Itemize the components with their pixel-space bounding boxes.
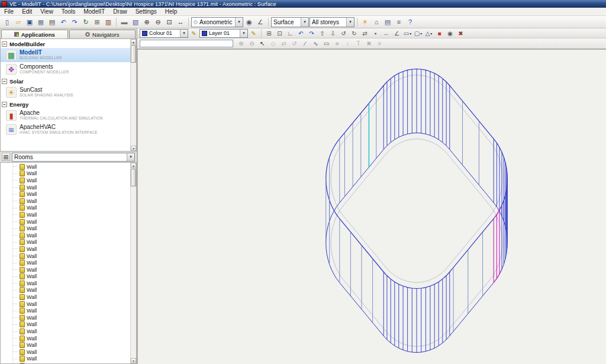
tree-item-wall[interactable]: Wall bbox=[1, 349, 130, 356]
dropdown-arrow-icon[interactable]: ▾ bbox=[127, 153, 134, 161]
node-edit-icon[interactable]: ◇ bbox=[268, 39, 278, 48]
dropdown-arrow-icon[interactable]: ▾ bbox=[301, 18, 308, 27]
text-tool-icon[interactable]: T bbox=[353, 39, 363, 48]
scroll-down-icon[interactable]: ▼ bbox=[131, 146, 136, 151]
rotate-icon[interactable]: ↺ bbox=[289, 39, 299, 48]
rotate-cw-icon[interactable]: ↻ bbox=[349, 29, 359, 38]
wall-tools-icon[interactable]: ▭ bbox=[402, 29, 412, 38]
zoom-extents-icon[interactable]: ⊡ bbox=[164, 17, 175, 27]
colour-combo[interactable]: Colour 01 ▾ bbox=[140, 29, 188, 38]
dropdown-arrow-icon[interactable]: ▾ bbox=[235, 18, 243, 27]
tree-scrollbar[interactable]: ▲ ▼ bbox=[130, 163, 136, 363]
zoom-in-icon[interactable]: ⊕ bbox=[141, 17, 152, 27]
dimension-icon[interactable]: ↕ bbox=[343, 39, 353, 48]
opening-tools-icon[interactable]: ▢ bbox=[413, 29, 423, 38]
colour-pen-icon[interactable]: ✎ bbox=[189, 29, 199, 38]
menu-settings[interactable]: Settings bbox=[131, 8, 161, 15]
tree-item-wall[interactable]: Wall bbox=[1, 301, 130, 308]
save-all-icon[interactable]: ▦ bbox=[36, 17, 46, 27]
collapse-icon[interactable]: − bbox=[2, 79, 7, 84]
title-bar[interactable]: VE - ModelIT - C:\Users\jordanglasgow\De… bbox=[0, 0, 606, 8]
help-icon[interactable]: ? bbox=[405, 17, 415, 27]
redo-icon[interactable]: ↷ bbox=[69, 17, 80, 27]
select-arrow-icon[interactable]: ↖ bbox=[257, 39, 267, 48]
zoom-out-edit-icon[interactable]: ⊖ bbox=[247, 39, 257, 48]
options-icon[interactable]: ≡ bbox=[394, 17, 404, 27]
collapse-icon[interactable]: − bbox=[2, 102, 7, 107]
browser-mode-combo[interactable]: Rooms ▾ bbox=[12, 153, 135, 162]
app-item-apache[interactable]: ▮ApacheTHERMAL CALCULATION AND SIMULATIO… bbox=[1, 108, 130, 123]
tree-item-wall[interactable]: Wall bbox=[1, 328, 130, 335]
snapshot-icon[interactable]: ◉ bbox=[244, 17, 254, 27]
grid-settings-icon[interactable]: ⊞ bbox=[264, 29, 274, 38]
draw-circle-icon[interactable]: ○ bbox=[332, 39, 342, 48]
tree-item-wall[interactable]: Wall bbox=[1, 177, 130, 184]
redo-edit-icon[interactable]: ↷ bbox=[307, 29, 317, 38]
app-item-suncast[interactable]: ☀SunCastSOLAR SHADING ANALYSIS bbox=[1, 85, 130, 99]
erase-icon[interactable]: ✖ bbox=[364, 39, 374, 48]
scrollbar-thumb[interactable] bbox=[131, 45, 136, 63]
storeys-combo[interactable]: All storeys ▾ bbox=[310, 17, 354, 27]
tree-item-wall[interactable]: Wall bbox=[1, 356, 130, 363]
clipboard-icon[interactable]: ▬ bbox=[119, 17, 130, 27]
menu-tools[interactable]: Tools bbox=[57, 8, 79, 15]
tree-item-wall[interactable]: Wall bbox=[1, 259, 130, 266]
axis-icon[interactable]: ∠ bbox=[255, 17, 266, 27]
zoom-out-icon[interactable]: ⊖ bbox=[153, 17, 163, 27]
applications-scrollbar[interactable]: ▲ ▼ bbox=[130, 39, 136, 151]
tree-item-wall[interactable]: Wall bbox=[1, 239, 130, 246]
tree-item-wall[interactable]: Wall bbox=[1, 170, 130, 178]
zoom-in-edit-icon[interactable]: ⊕ bbox=[236, 39, 246, 48]
scroll-up-icon[interactable]: ▲ bbox=[131, 163, 136, 168]
snap-toggle-icon[interactable]: ⊡ bbox=[275, 29, 285, 38]
open-folder-icon[interactable]: ▱ bbox=[13, 17, 24, 27]
menu-modelit[interactable]: ModelIT bbox=[79, 8, 109, 15]
tree-item-wall[interactable]: Wall bbox=[1, 307, 130, 314]
fill-colour-icon[interactable]: ■ bbox=[434, 29, 444, 38]
print-icon[interactable]: ▤ bbox=[47, 17, 57, 27]
tree-item-wall[interactable]: Wall bbox=[1, 218, 130, 226]
collapse-icon[interactable]: − bbox=[2, 41, 7, 47]
layer-pen-icon[interactable]: ✎ bbox=[249, 29, 259, 38]
undo-edit-icon[interactable]: ↶ bbox=[296, 29, 306, 38]
scroll-up-icon[interactable]: ▲ bbox=[131, 39, 136, 44]
save-icon[interactable]: ▣ bbox=[24, 17, 35, 27]
raise-storey-icon[interactable]: ⇧ bbox=[317, 29, 327, 38]
browser-grid-icon[interactable]: ⊞ bbox=[2, 153, 10, 161]
mirror-icon[interactable]: ⇄ bbox=[360, 29, 370, 38]
layer-combo[interactable]: Layer 01 ▾ bbox=[199, 29, 248, 38]
menu-help[interactable]: Help bbox=[161, 8, 182, 15]
menu-draw[interactable]: Draw bbox=[109, 8, 131, 15]
tree-item-wall[interactable]: Wall bbox=[1, 253, 130, 260]
properties-icon[interactable]: ≡ bbox=[375, 39, 385, 48]
move-icon[interactable]: ⇄ bbox=[279, 39, 289, 48]
tree-item-wall[interactable]: Wall bbox=[1, 232, 130, 239]
menu-view[interactable]: View bbox=[36, 8, 57, 15]
dropdown-arrow-icon[interactable]: ▾ bbox=[346, 18, 354, 27]
scrollbar-thumb[interactable] bbox=[131, 169, 136, 186]
app-item-components[interactable]: ❖ComponentsCOMPONENT MODELLER bbox=[1, 62, 130, 76]
tree-item-wall[interactable]: Wall bbox=[1, 342, 130, 349]
model-canvas[interactable] bbox=[137, 49, 606, 364]
roof-tools-icon[interactable]: △ bbox=[424, 29, 434, 38]
draw-rect-icon[interactable]: ▭ bbox=[321, 39, 331, 48]
tab-applications[interactable]: Applications bbox=[1, 30, 68, 38]
app-item-modelit[interactable]: ▦ModelITBUILDING MODELLER bbox=[1, 48, 130, 62]
model-home-icon[interactable]: ⌂ bbox=[371, 17, 382, 27]
display-mode-combo[interactable]: Surface ▾ bbox=[271, 17, 309, 27]
tree-item-wall[interactable]: Wall bbox=[1, 184, 130, 191]
tree-item-wall[interactable]: Wall bbox=[1, 314, 130, 321]
draw-polyline-icon[interactable]: ∿ bbox=[311, 39, 321, 48]
refresh-icon[interactable]: ↻ bbox=[80, 17, 91, 27]
app-item-apachehvac[interactable]: ≋ApacheHVACHVAC SYSTEM SIMULATION INTERF… bbox=[1, 123, 130, 137]
rotate-ccw-icon[interactable]: ↺ bbox=[339, 29, 349, 38]
tree-item-wall[interactable]: Wall bbox=[1, 198, 130, 205]
draw-line-icon[interactable]: ∕ bbox=[300, 39, 310, 48]
layers-icon[interactable]: ▤ bbox=[382, 17, 393, 27]
angle-measure-icon[interactable]: ∠ bbox=[392, 29, 402, 38]
tree-item-wall[interactable]: Wall bbox=[1, 205, 130, 212]
measure-icon[interactable]: ↔ bbox=[381, 29, 391, 38]
tree-item-wall[interactable]: Wall bbox=[1, 246, 130, 253]
ortho-toggle-icon[interactable]: ∟ bbox=[285, 29, 295, 38]
tree-item-wall[interactable]: Wall bbox=[1, 287, 130, 294]
